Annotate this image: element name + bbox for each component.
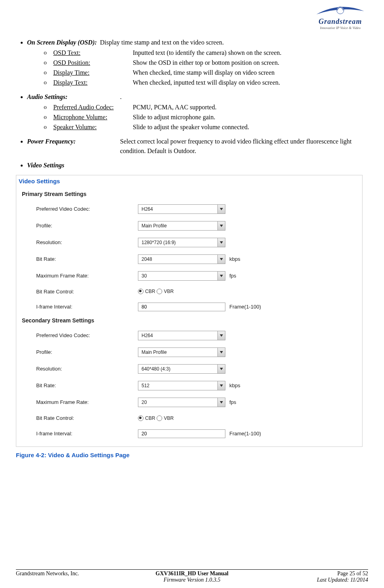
chevron-down-icon: [217, 365, 225, 373]
brand-tagline: Innovative IP Voice & Video: [312, 26, 368, 30]
secondary-resolution-label: Resolution:: [36, 365, 136, 373]
frame-suffix: Frame(1-100): [229, 430, 261, 438]
primary-bitrate-value: 2048: [138, 256, 217, 263]
chevron-down-icon: [217, 205, 225, 213]
primary-iframe-input[interactable]: [138, 303, 225, 311]
bullet-icon: o: [44, 122, 53, 132]
figure-caption: Figure 4-2: Video & Audio Settings Page: [16, 451, 368, 460]
primary-cbr-radio[interactable]: [138, 289, 144, 294]
primary-iframe-label: I-frame Interval:: [36, 303, 136, 311]
bullet-icon: o: [44, 78, 53, 87]
chevron-down-icon: [217, 238, 225, 247]
display-text-desc: When checked, inputted text will display…: [133, 78, 355, 87]
secondary-brc-label: Bit Rate Control:: [36, 414, 136, 422]
footer-updated: Last Updated: 11/2014: [251, 577, 368, 583]
footer-page: Page 25 of 52: [251, 571, 368, 577]
kbps-suffix: kbps: [229, 382, 240, 390]
primary-maxfps-label: Maximum Frame Rate:: [36, 272, 136, 280]
secondary-codec-label: Preferred Video Codec:: [36, 332, 136, 340]
mic-volume-label: Microphone Volume:: [53, 113, 133, 122]
osd-position-desc: Show the OSD in either top or bottom pos…: [133, 58, 355, 68]
secondary-bitrate-value: 512: [138, 382, 217, 389]
secondary-codec-select[interactable]: H264: [138, 331, 225, 340]
video-settings-section: Video Settings: [27, 161, 368, 170]
audio-heading: Audio Settings:: [27, 92, 118, 102]
primary-maxfps-value: 30: [138, 272, 217, 279]
primary-resolution-label: Resolution:: [36, 239, 136, 246]
secondary-profile-select[interactable]: Main Profile: [138, 347, 225, 357]
primary-profile-value: Main Profile: [138, 222, 217, 229]
mic-volume-desc: Slide to adjust microphone gain.: [133, 113, 355, 122]
secondary-bitrate-select[interactable]: 512: [138, 381, 225, 390]
secondary-bitrate-label: Bit Rate:: [36, 382, 136, 390]
secondary-maxfps-value: 20: [138, 399, 217, 406]
chevron-down-icon: [217, 221, 225, 230]
secondary-profile-value: Main Profile: [138, 349, 217, 356]
frame-suffix: Frame(1-100): [229, 303, 261, 311]
primary-bitrate-select[interactable]: 2048: [138, 254, 225, 264]
chevron-down-icon: [217, 272, 225, 280]
primary-vbr-radio[interactable]: [157, 289, 162, 294]
osd-position-label: OSD Position:: [53, 58, 133, 68]
osd-heading: On Screen Display (OSD):: [27, 39, 97, 46]
audio-codec-label: Preferred Audio Codec:: [53, 103, 133, 112]
audio-section: Audio Settings: . oPreferred Audio Codec…: [27, 92, 368, 132]
page-footer: Grandstream Networks, Inc. GXV3611IR_HD …: [16, 569, 368, 583]
display-text-label: Display Text:: [53, 78, 133, 87]
logo-swoosh-icon: [312, 3, 368, 19]
secondary-maxfps-label: Maximum Frame Rate:: [36, 398, 136, 406]
secondary-maxfps-select[interactable]: 20: [138, 398, 225, 407]
chevron-down-icon: [217, 398, 225, 407]
bullet-icon: o: [44, 68, 53, 77]
cbr-label: CBR: [145, 288, 155, 295]
primary-codec-label: Preferred Video Codec:: [36, 205, 136, 213]
power-desc: Select correct local power frequency to …: [120, 137, 363, 156]
primary-resolution-value: 1280*720 (16:9): [138, 239, 217, 246]
speaker-volume-label: Speaker Volume:: [53, 122, 133, 132]
video-settings-heading: Video Settings: [27, 162, 64, 169]
chevron-down-icon: [217, 348, 225, 357]
primary-profile-label: Profile:: [36, 222, 136, 230]
secondary-cbr-radio[interactable]: [138, 415, 144, 421]
secondary-resolution-select[interactable]: 640*480 (4:3): [138, 364, 225, 374]
chevron-down-icon: [217, 331, 225, 340]
osd-text-label: OSD Text:: [53, 48, 133, 58]
footer-company: Grandstream Networks, Inc.: [16, 571, 133, 577]
cbr-label: CBR: [145, 415, 155, 422]
audio-codec-desc: PCMU, PCMA, AAC supported.: [133, 103, 355, 112]
footer-manual: GXV3611IR_HD User Manual: [133, 571, 250, 577]
secondary-resolution-value: 640*480 (4:3): [138, 365, 217, 373]
secondary-vbr-radio[interactable]: [157, 415, 162, 421]
osd-desc: Display time stamp and text on the video…: [100, 39, 224, 46]
primary-profile-select[interactable]: Main Profile: [138, 221, 225, 231]
secondary-iframe-label: I-frame Interval:: [36, 430, 136, 438]
secondary-codec-value: H264: [138, 332, 217, 339]
primary-bitrate-label: Bit Rate:: [36, 255, 136, 263]
vbr-label: VBR: [164, 415, 174, 422]
primary-codec-value: H264: [138, 206, 217, 213]
bullet-icon: o: [44, 103, 53, 112]
video-settings-panel: Video Settings Primary Stream Settings P…: [16, 175, 363, 447]
chevron-down-icon: [217, 381, 225, 390]
primary-maxfps-select[interactable]: 30: [138, 271, 225, 281]
vbr-label: VBR: [164, 288, 174, 295]
panel-title: Video Settings: [16, 175, 362, 188]
power-heading: Power Frequency:: [27, 137, 118, 146]
fps-suffix: fps: [229, 398, 236, 406]
audio-desc: .: [120, 92, 363, 102]
primary-brc-label: Bit Rate Control:: [36, 288, 136, 296]
bullet-icon: o: [44, 58, 53, 67]
primary-resolution-select[interactable]: 1280*720 (16:9): [138, 238, 225, 247]
primary-codec-select[interactable]: H264: [138, 204, 225, 214]
osd-text-desc: Inputted text (to identify the camera) s…: [133, 48, 355, 58]
bullet-icon: o: [44, 113, 53, 122]
primary-stream-heading: Primary Stream Settings: [16, 188, 362, 201]
footer-firmware: Firmware Version 1.0.3.5: [133, 577, 250, 583]
bullet-icon: o: [44, 48, 53, 57]
chevron-down-icon: [217, 255, 225, 264]
secondary-iframe-input[interactable]: [138, 429, 225, 438]
fps-suffix: fps: [229, 272, 236, 280]
osd-section: On Screen Display (OSD): Display time st…: [27, 38, 368, 87]
secondary-stream-heading: Secondary Stream Settings: [16, 315, 362, 327]
display-time-label: Display Time:: [53, 68, 133, 78]
